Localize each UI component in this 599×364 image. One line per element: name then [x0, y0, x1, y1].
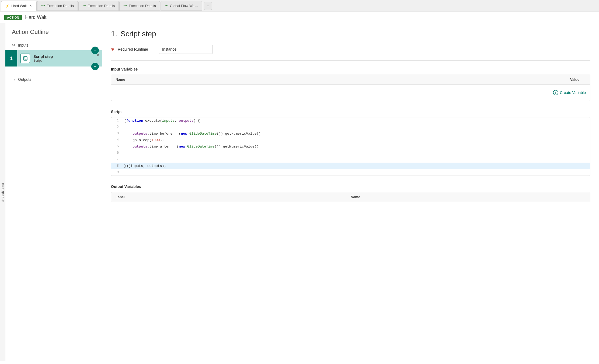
- line-num-1: 1: [111, 119, 122, 122]
- action-title: Hard Wait: [25, 15, 46, 20]
- line-num-7: 7: [111, 158, 122, 161]
- main-layout: ◀ Steps Panel Action Outline ↪ Inputs + …: [0, 23, 599, 361]
- script-section-header: Script: [111, 110, 590, 114]
- sidebar-inputs[interactable]: ↪ Inputs: [5, 40, 102, 50]
- step-heading: 1. Script step: [111, 30, 590, 38]
- step-heading-number: 1.: [111, 30, 117, 38]
- line-content-9: [122, 170, 590, 175]
- tab-bar: ⚡ Hard Wait ✕ 〜 Execution Details 〜 Exec…: [0, 0, 599, 12]
- input-col-name: Name: [116, 78, 347, 82]
- output-variables-header: Output Variables: [111, 184, 590, 189]
- code-line-2: 2: [111, 124, 590, 130]
- create-variable-label: Create Variable: [560, 90, 586, 95]
- code-editor[interactable]: 1 (function execute(inputs, outputs) { 2…: [111, 117, 590, 176]
- output-variables-table-header: Label Name: [111, 192, 590, 202]
- tab-label-global: Global Flow Wai...: [170, 4, 198, 8]
- code-line-9: 9: [111, 169, 590, 176]
- tab-label-exec3: Execution Details: [129, 4, 156, 8]
- add-step-above-button[interactable]: +: [91, 47, 99, 54]
- required-runtime-input[interactable]: [159, 45, 213, 54]
- tab-exec2[interactable]: 〜 Execution Details: [78, 1, 119, 11]
- line-num-8: 8: [111, 164, 122, 168]
- tab-exec1[interactable]: 〜 Execution Details: [37, 1, 78, 11]
- input-variables-table: Name Value + Create Variable: [111, 75, 590, 101]
- outputs-label: Outputs: [18, 77, 31, 82]
- line-content-1: (function execute(inputs, outputs) {: [122, 118, 590, 123]
- tab-label-exec2: Execution Details: [88, 4, 115, 8]
- input-variables-table-header: Name Value: [111, 75, 590, 85]
- script-step-item[interactable]: + 1 Script step Script ✕ +: [5, 50, 102, 66]
- svg-rect-0: [23, 57, 27, 60]
- line-content-8: })(inputs, outputs);: [122, 163, 590, 169]
- line-num-9: 9: [111, 170, 122, 174]
- tab-icon-global: 〜: [165, 4, 168, 8]
- code-line-7: 7: [111, 156, 590, 163]
- action-outline-sidebar: Action Outline ↪ Inputs + 1 Script step …: [5, 23, 102, 361]
- step-info: Script step Script: [33, 54, 91, 62]
- output-col-name: Name: [351, 195, 586, 199]
- tab-hard-wait[interactable]: ⚡ Hard Wait ✕: [1, 1, 37, 11]
- tab-icon-exec2: 〜: [82, 4, 86, 8]
- line-content-7: [122, 157, 590, 162]
- steps-panel-toggle[interactable]: ◀ Steps Panel: [0, 23, 5, 361]
- line-content-6: [122, 150, 590, 156]
- sidebar-outputs[interactable]: ↳ Outputs: [5, 74, 102, 85]
- tab-icon-hard-wait: ⚡: [5, 4, 10, 8]
- step-name: Script step: [33, 54, 91, 59]
- line-content-2: [122, 125, 590, 130]
- step-content: Script step Script: [17, 50, 94, 66]
- output-col-label: Label: [116, 195, 351, 199]
- step-type: Script: [33, 59, 91, 62]
- tab-close-hard-wait[interactable]: ✕: [28, 4, 33, 8]
- line-num-4: 4: [111, 138, 122, 142]
- create-variable-plus-icon: +: [553, 90, 558, 95]
- input-col-value: Value: [347, 78, 586, 82]
- tab-label-exec1: Execution Details: [47, 4, 74, 8]
- input-variables-header: Input Variables: [111, 67, 590, 71]
- line-num-2: 2: [111, 125, 122, 129]
- script-step-icon: [20, 54, 30, 63]
- line-content-4: gs.sleep(1000);: [122, 138, 590, 143]
- code-line-1: 1 (function execute(inputs, outputs) {: [111, 117, 590, 124]
- line-content-5: outputs.time_after = (new GlideDateTime(…: [122, 144, 590, 149]
- divider-1: [111, 60, 590, 61]
- main-content: 1. Script step ✱ Required Runtime Input …: [102, 23, 599, 361]
- add-step-below-button[interactable]: +: [91, 63, 99, 70]
- action-badge: ACTION: [4, 15, 22, 20]
- code-line-8: 8 })(inputs, outputs);: [111, 163, 590, 169]
- step-number: 1: [5, 50, 17, 66]
- inputs-icon: ↪: [12, 43, 15, 48]
- required-runtime-label: Required Runtime: [118, 47, 155, 51]
- line-num-5: 5: [111, 145, 122, 148]
- steps-panel-label: Steps Panel: [1, 183, 4, 202]
- tab-global[interactable]: 〜 Global Flow Wai...: [161, 1, 202, 11]
- required-star-icon: ✱: [111, 47, 114, 52]
- sidebar-title: Action Outline: [5, 23, 102, 40]
- create-variable-button[interactable]: + Create Variable: [553, 90, 586, 95]
- code-line-3: 3 outputs.time_before = (new GlideDateTi…: [111, 130, 590, 137]
- line-num-3: 3: [111, 132, 122, 135]
- tab-exec3[interactable]: 〜 Execution Details: [119, 1, 160, 11]
- input-variables-table-body: + Create Variable: [111, 85, 590, 101]
- inputs-label: Inputs: [18, 43, 28, 47]
- tab-label-hard-wait: Hard Wait: [11, 4, 27, 8]
- required-runtime-row: ✱ Required Runtime: [111, 45, 590, 54]
- action-header: ACTION Hard Wait: [0, 12, 599, 23]
- step-heading-title: Script step: [120, 30, 156, 38]
- tab-icon-exec3: 〜: [123, 4, 127, 8]
- tab-icon-exec1: 〜: [41, 4, 45, 8]
- line-content-3: outputs.time_before = (new GlideDateTime…: [122, 131, 590, 136]
- code-line-4: 4 gs.sleep(1000);: [111, 137, 590, 143]
- line-num-6: 6: [111, 151, 122, 155]
- code-line-5: 5 outputs.time_after = (new GlideDateTim…: [111, 143, 590, 150]
- add-tab-button[interactable]: ＋: [204, 2, 212, 10]
- output-variables-table: Label Name: [111, 192, 590, 202]
- outputs-icon: ↳: [12, 77, 15, 82]
- code-line-6: 6: [111, 150, 590, 156]
